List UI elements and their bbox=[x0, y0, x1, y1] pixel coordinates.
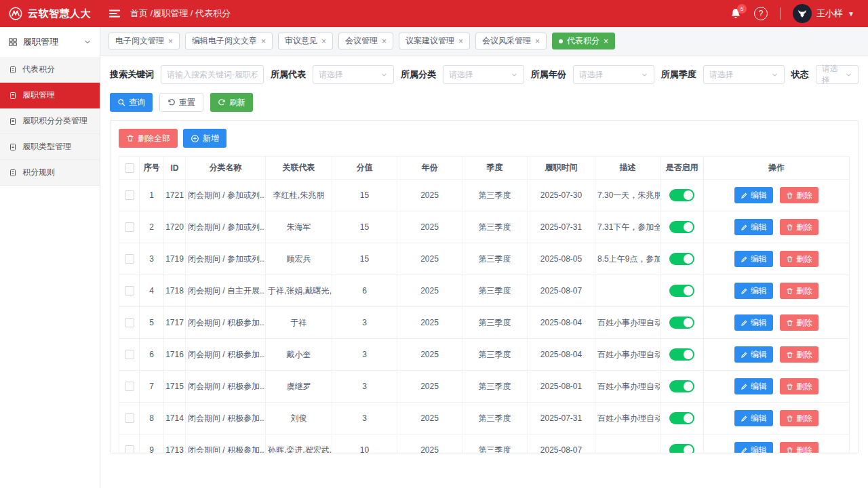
sidebar-item[interactable]: 代表积分 bbox=[0, 57, 100, 83]
delete-button[interactable]: 删除 bbox=[780, 219, 818, 235]
select-placeholder: 请选择 bbox=[449, 69, 473, 81]
tab[interactable]: 会议风采管理× bbox=[475, 33, 547, 49]
delete-button[interactable]: 删除 bbox=[780, 283, 818, 299]
notification-badge: 5 bbox=[737, 4, 747, 14]
close-icon[interactable]: × bbox=[535, 37, 540, 45]
enable-toggle[interactable] bbox=[669, 317, 694, 329]
tab[interactable]: 代表积分× bbox=[552, 33, 615, 49]
enable-toggle[interactable] bbox=[669, 348, 694, 361]
trash-icon bbox=[786, 256, 793, 263]
select-rep[interactable]: 请选择 bbox=[313, 65, 394, 84]
cell-score: 15 bbox=[332, 180, 397, 211]
delete-button[interactable]: 删除 bbox=[780, 378, 818, 394]
sidebar-item[interactable]: 履职积分分类管理 bbox=[0, 108, 100, 134]
edit-button[interactable]: 编辑 bbox=[734, 314, 773, 331]
refresh-button[interactable]: 刷新 bbox=[210, 93, 253, 112]
delete-button[interactable]: 删除 bbox=[780, 410, 818, 426]
delete-button[interactable]: 删除 bbox=[780, 251, 818, 267]
cell-description: 百姓小事办理自动... bbox=[595, 339, 660, 371]
query-button[interactable]: 查询 bbox=[110, 93, 153, 112]
sidebar-item[interactable]: 积分规则 bbox=[0, 160, 100, 186]
close-icon[interactable]: × bbox=[382, 37, 387, 45]
cell-description: 7.31下午，参加全... bbox=[595, 211, 660, 243]
edit-label: 编辑 bbox=[751, 349, 767, 361]
enable-toggle[interactable] bbox=[669, 412, 694, 424]
cell-date: 2025-07-31 bbox=[528, 403, 595, 434]
select-year[interactable]: 请选择 bbox=[573, 65, 654, 84]
tab[interactable]: 议案建议管理× bbox=[399, 33, 470, 49]
sidebar-item[interactable]: 履职类型管理 bbox=[0, 134, 100, 160]
edit-button[interactable]: 编辑 bbox=[734, 187, 773, 203]
enable-toggle[interactable] bbox=[669, 444, 694, 453]
enable-toggle[interactable] bbox=[669, 285, 694, 297]
row-checkbox[interactable] bbox=[125, 286, 134, 296]
close-icon[interactable]: × bbox=[458, 37, 463, 45]
enable-toggle[interactable] bbox=[669, 189, 694, 201]
edit-button[interactable]: 编辑 bbox=[734, 378, 773, 394]
select-category[interactable]: 请选择 bbox=[443, 65, 524, 84]
app-logo-icon bbox=[8, 6, 23, 21]
close-icon[interactable]: × bbox=[321, 37, 326, 45]
tab[interactable]: 会议管理× bbox=[338, 33, 393, 49]
sidebar-group-performance[interactable]: 履职管理 bbox=[0, 27, 100, 57]
column-header: 年份 bbox=[397, 157, 462, 180]
delete-all-button[interactable]: 删除全部 bbox=[119, 129, 178, 148]
delete-button[interactable]: 删除 bbox=[780, 346, 818, 363]
menu-collapse-icon[interactable] bbox=[108, 8, 121, 19]
close-icon[interactable]: × bbox=[168, 37, 173, 45]
enable-toggle[interactable] bbox=[669, 380, 694, 392]
select-quarter[interactable]: 请选择 bbox=[703, 65, 785, 84]
edit-button[interactable]: 编辑 bbox=[734, 410, 773, 426]
enable-toggle[interactable] bbox=[669, 221, 694, 233]
table-row: 81714闭会期间 / 积极参加...刘俊32025第三季度2025-07-31… bbox=[119, 403, 850, 434]
user-menu[interactable]: 王小样 ▼ bbox=[793, 4, 854, 23]
document-icon bbox=[9, 92, 17, 100]
close-icon[interactable]: × bbox=[261, 37, 266, 45]
close-icon[interactable]: × bbox=[604, 37, 608, 45]
add-button[interactable]: 新增 bbox=[183, 129, 226, 148]
edit-button[interactable]: 编辑 bbox=[734, 283, 773, 299]
table-row: 41718闭会期间 / 自主开展...于祥,张娟,戴曙光,...62025第三季… bbox=[119, 275, 850, 307]
row-checkbox[interactable] bbox=[125, 382, 134, 391]
cell-year: 2025 bbox=[397, 371, 462, 403]
cell-quarter: 第三季度 bbox=[462, 275, 528, 307]
document-icon bbox=[9, 117, 17, 125]
row-checkbox[interactable] bbox=[125, 445, 134, 453]
column-header: 操作 bbox=[704, 157, 850, 180]
row-checkbox[interactable] bbox=[125, 350, 134, 359]
edit-button[interactable]: 编辑 bbox=[734, 442, 773, 453]
tab-label: 会议管理 bbox=[345, 35, 378, 47]
sidebar-item[interactable]: 履职管理 bbox=[0, 83, 100, 108]
toggle-knob bbox=[684, 413, 693, 423]
cell-id: 1713 bbox=[164, 434, 186, 454]
row-checkbox[interactable] bbox=[125, 318, 134, 327]
cell-year: 2025 bbox=[397, 243, 462, 275]
select-all-checkbox[interactable] bbox=[125, 163, 134, 173]
tab[interactable]: 审议意见× bbox=[278, 33, 333, 49]
enable-toggle[interactable] bbox=[669, 253, 694, 265]
row-checkbox[interactable] bbox=[125, 190, 134, 200]
row-checkbox[interactable] bbox=[125, 222, 134, 232]
help-icon[interactable]: ? bbox=[754, 7, 768, 20]
edit-button[interactable]: 编辑 bbox=[734, 346, 773, 363]
keyword-input[interactable] bbox=[161, 65, 264, 84]
avatar bbox=[793, 4, 812, 23]
cell-category: 闭会期间 / 积极参加... bbox=[186, 371, 266, 403]
delete-button[interactable]: 删除 bbox=[780, 442, 818, 453]
reset-button[interactable]: 重置 bbox=[159, 93, 203, 112]
edit-button[interactable]: 编辑 bbox=[734, 219, 773, 235]
row-checkbox[interactable] bbox=[125, 413, 134, 423]
tab[interactable]: 电子阅文管理× bbox=[108, 33, 180, 49]
tab-label: 代表积分 bbox=[567, 35, 599, 47]
delete-button[interactable]: 删除 bbox=[780, 314, 818, 331]
sidebar: 履职管理 代表积分履职管理履职积分分类管理履职类型管理积分规则 bbox=[0, 27, 100, 488]
edit-button[interactable]: 编辑 bbox=[734, 251, 773, 267]
delete-button[interactable]: 删除 bbox=[780, 187, 818, 203]
tab[interactable]: 编辑电子阅文文章× bbox=[185, 33, 273, 49]
row-checkbox[interactable] bbox=[125, 254, 134, 264]
cell-year: 2025 bbox=[397, 307, 462, 339]
select-status[interactable]: 请选择 bbox=[816, 65, 859, 84]
cell-representative: 于祥,张娟,戴曙光,... bbox=[266, 275, 332, 307]
column-header: 履职时间 bbox=[528, 157, 595, 180]
notification-bell-icon[interactable]: 5 bbox=[730, 7, 742, 20]
